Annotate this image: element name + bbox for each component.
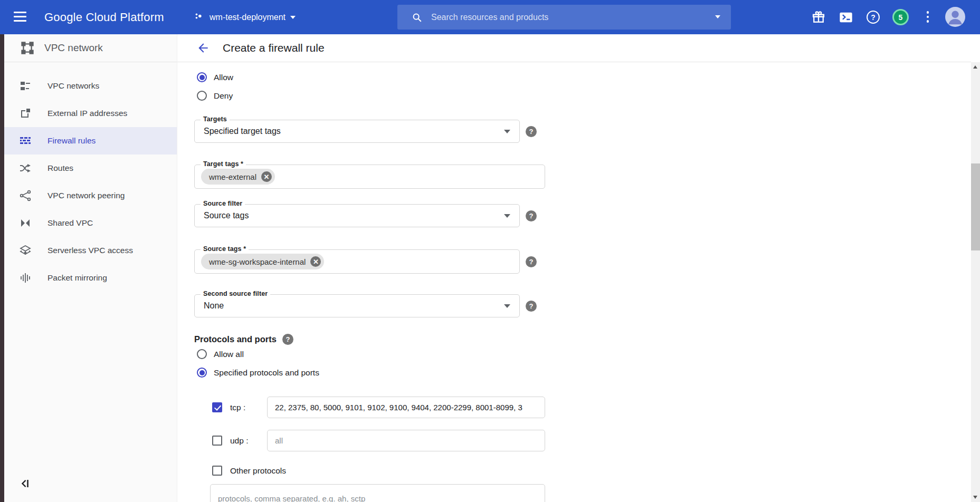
radio-deny[interactable]: Deny: [197, 91, 233, 101]
tcp-checkbox[interactable]: [212, 402, 222, 412]
firewall-rules-icon: [19, 134, 32, 147]
scroll-down-icon[interactable]: [973, 496, 977, 499]
avatar[interactable]: [945, 7, 965, 27]
sidebar-header: VPC network: [4, 34, 177, 62]
sidebar-title: VPC network: [44, 42, 103, 54]
protocols-and-ports-heading: Protocols and ports ?: [194, 334, 293, 345]
gcp-logo[interactable]: Google Cloud Platform: [44, 0, 164, 34]
radio-allow-circle[interactable]: [197, 72, 207, 82]
project-selector[interactable]: wm-test-deployment: [193, 0, 296, 34]
chevron-down-icon: [504, 304, 510, 308]
vpc-network-icon: [20, 41, 35, 55]
source-filter-select[interactable]: Source filter Source tags: [194, 204, 520, 227]
sidebar-item-shared-vpc[interactable]: Shared VPC: [4, 209, 177, 237]
page-header: Create a firewall rule: [177, 34, 971, 62]
udp-checkbox[interactable]: [212, 436, 222, 446]
udp-label: udp :: [230, 436, 248, 446]
vertical-scrollbar[interactable]: [971, 62, 980, 502]
other-protocols-checkbox[interactable]: [212, 466, 222, 476]
search-bar[interactable]: [397, 5, 731, 30]
chevron-down-icon: [290, 16, 296, 19]
vpc-network-sidebar: VPC network VPC networks External IP add…: [4, 34, 177, 502]
radio-specified-protocols[interactable]: Specified protocols and ports: [197, 368, 319, 378]
scrollbar-thumb[interactable]: [971, 163, 980, 250]
menu-icon[interactable]: [14, 12, 27, 23]
search-dropdown-icon[interactable]: [715, 15, 720, 18]
sidebar-item-external-ip-addresses[interactable]: External IP addresses: [4, 100, 177, 127]
tcp-ports-input[interactable]: [267, 397, 545, 418]
targets-help-icon[interactable]: ?: [526, 126, 537, 137]
main-content: Create a firewall rule Allow Deny Target…: [177, 34, 971, 502]
sidebar-item-routes[interactable]: Routes: [4, 155, 177, 182]
protocols-help-icon[interactable]: ?: [282, 334, 293, 345]
sidebar-item-vpc-networks[interactable]: VPC networks: [4, 72, 177, 100]
gcp-console: Google Cloud Platform wm-test-deployment…: [0, 0, 980, 502]
radio-specified-protocols-circle[interactable]: [197, 368, 207, 378]
source-tags-field[interactable]: Source tags * wme-sg-workspace-internal …: [194, 249, 520, 274]
project-name: wm-test-deployment: [210, 13, 286, 22]
chevron-down-icon: [504, 130, 510, 133]
source-tags-help-icon[interactable]: ?: [526, 256, 537, 267]
more-options-icon[interactable]: [925, 11, 930, 25]
window-edge-strip: [0, 34, 4, 502]
search-input[interactable]: [431, 13, 731, 22]
chevron-down-icon: [504, 214, 510, 218]
shared-vpc-icon: [19, 217, 32, 229]
sidebar-item-vpc-network-peering[interactable]: VPC network peering: [4, 182, 177, 209]
source-filter-help-icon[interactable]: ?: [526, 210, 537, 221]
second-source-filter-select[interactable]: Second source filter None: [194, 294, 520, 317]
scroll-up-icon[interactable]: [973, 65, 977, 69]
help-icon[interactable]: ?: [867, 11, 880, 24]
tcp-label: tcp :: [230, 403, 245, 412]
radio-allow[interactable]: Allow: [197, 72, 233, 82]
vpc-networks-icon: [19, 80, 32, 92]
cloud-shell-icon[interactable]: [839, 10, 853, 27]
other-protocols-input[interactable]: [210, 484, 545, 502]
radio-allow-all-circle[interactable]: [197, 349, 207, 359]
collapse-sidebar-icon[interactable]: [17, 476, 32, 491]
back-button[interactable]: [196, 41, 210, 55]
radio-allow-all[interactable]: Allow all: [197, 349, 244, 359]
whats-new-gift-icon[interactable]: [811, 10, 826, 27]
vpc-network-peering-icon: [19, 189, 32, 202]
sidebar-item-serverless-vpc-access[interactable]: Serverless VPC access: [4, 237, 177, 264]
udp-ports-input[interactable]: [267, 430, 545, 451]
page-title: Create a firewall rule: [223, 42, 325, 54]
targets-select[interactable]: Targets Specified target tags: [194, 120, 520, 143]
radio-deny-circle[interactable]: [197, 91, 207, 101]
notifications-badge[interactable]: 5: [892, 9, 909, 25]
second-source-filter-help-icon[interactable]: ?: [526, 301, 537, 312]
top-app-bar: Google Cloud Platform wm-test-deployment…: [0, 0, 980, 34]
serverless-vpc-access-icon: [19, 244, 32, 257]
search-icon: [411, 12, 423, 23]
other-protocols-label: Other protocols: [230, 466, 286, 476]
remove-chip-icon[interactable]: ✕: [310, 256, 321, 267]
project-icon: [193, 11, 205, 24]
target-tag-chip: wme-external ✕: [201, 169, 275, 185]
packet-mirroring-icon: [19, 272, 32, 284]
routes-icon: [19, 162, 32, 175]
sidebar-item-firewall-rules[interactable]: Firewall rules: [4, 127, 177, 155]
external-ip-icon: [19, 107, 32, 120]
sidebar-item-packet-mirroring[interactable]: Packet mirroring: [4, 264, 177, 292]
target-tags-field[interactable]: Target tags * wme-external ✕: [194, 165, 545, 189]
remove-chip-icon[interactable]: ✕: [261, 171, 272, 182]
source-tag-chip: wme-sg-workspace-internal ✕: [201, 254, 324, 269]
